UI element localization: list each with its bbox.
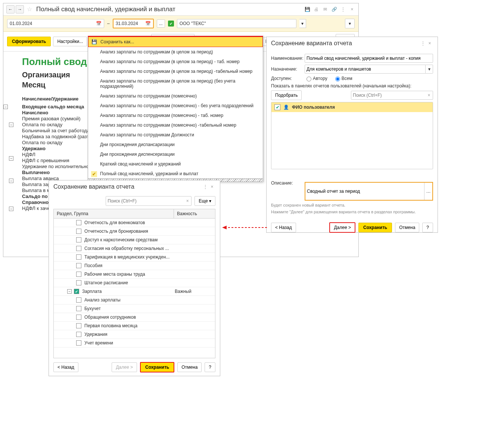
radio-author[interactable]: Автору	[305, 75, 327, 81]
user-search[interactable]: ×	[351, 91, 433, 100]
row-checkbox[interactable]	[76, 220, 81, 225]
pick-button[interactable]: Подобрать	[271, 90, 302, 100]
cancel-button[interactable]: Отмена	[395, 223, 419, 232]
generate-button[interactable]: Сформировать	[7, 37, 51, 46]
close-icon[interactable]: ×	[209, 183, 215, 190]
dropdown-item[interactable]: Анализ зарплаты по сотрудникам (помесячн…	[88, 101, 263, 111]
table-row[interactable]: Тарификация в медицинских учрежден...	[54, 253, 215, 262]
dest-value[interactable]	[305, 65, 426, 74]
org-field[interactable]: ООО "ТЕКС"	[177, 19, 296, 28]
kebab-icon[interactable]: ⋮	[340, 6, 346, 13]
back-button[interactable]: < Назад	[53, 362, 78, 372]
dest-select[interactable]: ▾	[305, 65, 433, 74]
table-row[interactable]: Анализ зарплаты	[54, 296, 215, 304]
forward-button[interactable]: →	[16, 5, 24, 13]
clear-icon[interactable]: ×	[184, 197, 191, 205]
table-row[interactable]: Обращения сотрудников	[54, 313, 215, 322]
print-icon[interactable]: 🖨	[313, 6, 320, 13]
kebab-icon[interactable]: ⋮	[420, 40, 426, 47]
table-row[interactable]: Бухучет	[54, 304, 215, 313]
dropdown-item[interactable]: Дни прохождения диспенсеризации	[88, 149, 263, 159]
save-button[interactable]: Сохранить	[140, 362, 174, 372]
row-checkbox[interactable]: ✔	[74, 289, 79, 294]
save-as-item[interactable]: Сохранить как...	[88, 37, 263, 47]
row-checkbox[interactable]	[76, 297, 81, 303]
mail-icon[interactable]: ✉	[322, 6, 329, 13]
save-icon[interactable]: 💾	[304, 6, 311, 13]
dropdown-item[interactable]: Анализ зарплаты по сотрудникам (помесячн…	[88, 91, 263, 101]
table-row[interactable]: Отчетность для военкоматов	[54, 219, 215, 227]
dropdown-item[interactable]: Дни прохождения диспансаризации	[88, 140, 263, 149]
period-picker-button[interactable]: ...	[157, 19, 165, 28]
save-button[interactable]: Сохранить	[358, 223, 392, 232]
row-checkbox[interactable]	[76, 229, 81, 234]
desc-field[interactable]: …	[305, 182, 433, 201]
dropdown-item[interactable]: Анализ зарплаты по сотрудникам (в целом …	[88, 76, 263, 91]
table-row[interactable]: –✔ЗарплатаВажный	[54, 287, 215, 296]
tree-toggle[interactable]: –	[9, 123, 13, 127]
dropdown-item[interactable]: Анализ зарплаты по сотрудникам (в целом …	[88, 57, 263, 66]
mid-search[interactable]: ×	[106, 196, 192, 206]
mid-more-button[interactable]: Еще ▾	[195, 196, 215, 206]
table-row[interactable]: Первая половина месяца	[54, 322, 215, 330]
user-row[interactable]: ✔ 👤 ФИО пользователя	[271, 102, 433, 112]
calendar-icon[interactable]: 📅	[96, 21, 102, 26]
org-dropdown-icon[interactable]: ▾	[299, 19, 306, 28]
desc-more-icon[interactable]: …	[424, 183, 432, 200]
row-checkbox[interactable]	[76, 323, 81, 328]
table-row[interactable]: Рабочие места охраны труда	[54, 270, 215, 279]
row-checkbox[interactable]	[76, 340, 81, 346]
table-row[interactable]: Согласия на обработку персональных ...	[54, 244, 215, 253]
date-to-field[interactable]: 31.03.2024 📅	[113, 19, 154, 28]
tree-toggle[interactable]: –	[9, 207, 13, 211]
expand-toggle[interactable]: –	[67, 289, 72, 294]
kebab-icon[interactable]: ⋮	[202, 183, 209, 190]
close-icon[interactable]: ×	[426, 40, 433, 47]
tree-toggle[interactable]: –	[9, 179, 13, 183]
help-button[interactable]: ?	[205, 362, 215, 372]
row-checkbox[interactable]	[76, 246, 81, 251]
cancel-button[interactable]: Отмена	[177, 362, 202, 372]
row-checkbox[interactable]	[76, 315, 81, 320]
row-checkbox[interactable]	[76, 306, 81, 311]
dropdown-item[interactable]: Анализ зарплаты по сотрудникам (помесячн…	[88, 111, 263, 120]
dropdown-item[interactable]: Анализ зарплаты по сотрудникам (в целом …	[88, 47, 263, 57]
row-checkbox[interactable]	[76, 272, 81, 277]
filter-funnel-icon[interactable]: ▾	[345, 19, 355, 28]
table-row[interactable]: Штатное расписание	[54, 279, 215, 287]
radio-all[interactable]: Всем	[333, 75, 352, 81]
settings-button[interactable]: Настройки...	[53, 37, 87, 46]
chevron-down-icon[interactable]: ▾	[426, 65, 433, 74]
back-button[interactable]: < Назад	[271, 223, 296, 232]
table-row[interactable]: Учет времени	[54, 339, 215, 347]
favorite-star-icon[interactable]: ☆	[27, 6, 34, 13]
row-checkbox[interactable]	[76, 237, 81, 242]
calendar-icon[interactable]: 📅	[145, 21, 151, 26]
link-icon[interactable]: 🔗	[331, 6, 337, 13]
row-checkbox[interactable]	[76, 263, 81, 268]
tree-toggle[interactable]: –	[3, 105, 8, 109]
dropdown-item[interactable]: Анализ зарплаты по сотрудникам (в целом …	[88, 66, 263, 76]
clear-icon[interactable]: ×	[425, 91, 433, 99]
user-search-input[interactable]	[351, 91, 425, 99]
table-row[interactable]: Пособия	[54, 262, 215, 270]
desc-input[interactable]	[305, 183, 424, 200]
table-row[interactable]: Отчетность для бронирования	[54, 227, 215, 236]
next-button[interactable]: Далее >	[329, 222, 355, 233]
tree-toggle[interactable]: –	[9, 156, 13, 161]
close-icon[interactable]: ×	[349, 6, 355, 13]
table-row[interactable]: Доступ к наркотическим средствам	[54, 236, 215, 244]
date-from-field[interactable]: 01.03.2024 📅	[7, 19, 104, 28]
back-button[interactable]: ←	[6, 5, 15, 13]
table-row[interactable]: Удержания	[54, 330, 215, 339]
name-input[interactable]	[305, 54, 433, 63]
dropdown-item-checked[interactable]: Полный свод начислений, удержаний и выпл…	[88, 169, 263, 179]
row-checkbox[interactable]	[76, 280, 81, 285]
dropdown-item[interactable]: Анализ зарплаты по сотрудникам Должности	[88, 130, 263, 140]
org-enabled-check[interactable]: ✔	[168, 21, 174, 27]
dropdown-item[interactable]: Анализ зарплаты по сотрудникам (помесячн…	[88, 120, 263, 130]
user-check[interactable]: ✔	[274, 104, 280, 110]
row-checkbox[interactable]	[76, 254, 81, 260]
dropdown-item[interactable]: Краткий свод начислений и удержаний	[88, 159, 263, 169]
help-button[interactable]: ?	[422, 223, 433, 232]
